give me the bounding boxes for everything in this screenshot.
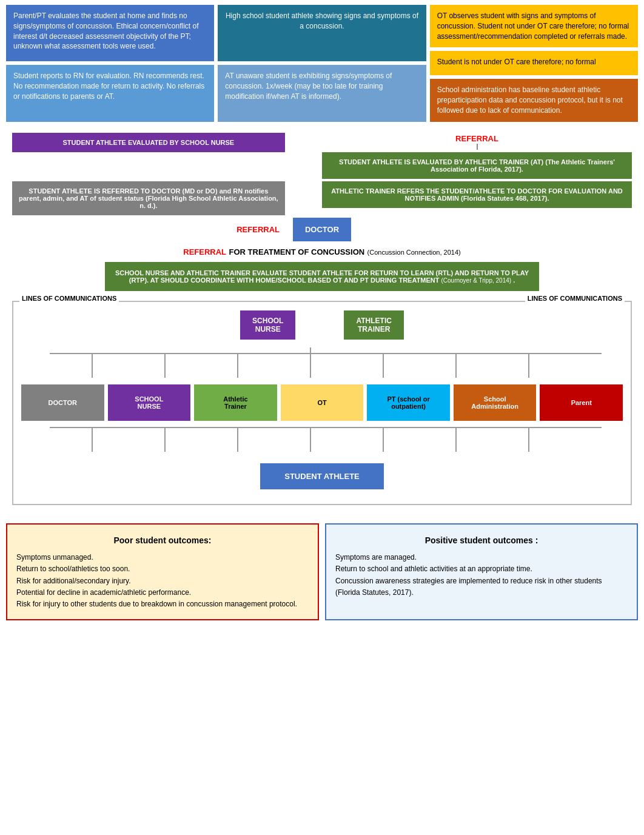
school-nurse-eval-text: STUDENT ATHLETE EVALUATED BY SCHOOL NURS… [62,139,234,146]
comm-section: LINES OF COMMUNICATIONS LINES OF COMMUNI… [12,301,632,505]
positive-outcomes-title: Positive student outcomes : [335,534,628,547]
high-school-athlete-box: High school student athlete showing sign… [218,5,426,61]
at-unaware-box: AT unaware student is exhibiting signs/s… [218,65,426,121]
at-refers-text: ATHLETIC TRAINER REFERS THE STUDENT/ATHL… [331,187,623,202]
treatment-citation-text: (Concussion Connection, 2014) [367,249,461,256]
at-unaware-text: AT unaware student is exhibiting signs/s… [225,72,392,101]
student-reports-text: Student reports to RN for evaluation. RN… [13,72,204,101]
poor-item-2: Return to school/athletics too soon. [16,563,309,575]
doctor-referral-text: STUDENT ATHLETE IS REFERRED TO DOCTOR (M… [19,187,278,209]
ot-observes-box: OT observes student with signs and sympt… [430,5,638,47]
doctor-referral-box: STUDENT ATHLETE IS REFERRED TO DOCTOR (M… [12,181,285,215]
school-nurse-node: SCHOOL NURSE [240,310,295,340]
athletic-trainer-node-text: ATHLETIC TRAINER [356,317,391,334]
parent-node: Parent [540,384,623,421]
comm-lines-svg [19,344,625,381]
referral-left-text: REFERRAL [236,225,280,234]
poor-item-5: Risk for injury to other students due to… [16,599,309,610]
bottom-lines-svg [19,424,625,455]
school-nurse-bottom-text: SCHOOL NURSE [135,395,163,410]
athletic-trainer-bottom-node: Athletic Trainer [194,384,277,421]
ot-node-text: OT [317,399,326,406]
athletic-trainer-node: ATHLETIC TRAINER [344,310,403,340]
poor-item-4: Potential for decline in academic/athlet… [16,587,309,599]
poor-item-1: Symptoms unmanaged. [16,552,309,563]
school-admin-box: School administration has baseline stude… [430,79,638,121]
bottom-nodes-row: DOCTOR SCHOOL NURSE Athletic Trainer OT … [19,384,625,421]
for-treatment-label: FOR TREATMENT OF CONCUSSION [229,247,365,257]
positive-item-3: Concussion awareness strategies are impl… [335,575,628,599]
center-col: High school student athlete showing sign… [218,5,426,122]
doctor-box: DOCTOR [293,218,351,241]
referral-top-text: REFERRAL [455,134,498,143]
top-info-section: Parent/PT evaluates the student at home … [0,0,644,127]
ot-not-under-care-box: Student is not under OT care therefore; … [430,51,638,75]
at-eval-text: STUDENT ATHLETE IS EVALUATED BY ATHLETIC… [339,158,615,173]
ot-observes-text: OT observes student with signs and sympt… [437,12,629,41]
poor-outcomes-box: Poor student outcomes: Symptoms unmanage… [6,523,319,620]
comm-right-label: LINES OF COMMUNICATIONS [525,295,625,302]
poor-outcomes-title: Poor student outcomes: [16,534,309,547]
right-col: OT observes student with signs and sympt… [430,5,638,122]
doctor-node-text: DOCTOR [49,399,77,406]
school-nurse-bottom-node: SCHOOL NURSE [108,384,191,421]
parent-pt-text: Parent/PT evaluates the student at home … [13,12,198,50]
referral-treatment-text: REFERRAL [183,247,226,257]
school-admin-node: School Administration [454,384,537,421]
flow-section: STUDENT ATHLETE EVALUATED BY SCHOOL NURS… [0,127,644,511]
parent-pt-box: Parent/PT evaluates the student at home … [6,5,214,61]
poor-item-3: Risk for additional/secondary injury. [16,575,309,587]
high-school-athlete-text: High school student athlete showing sign… [226,12,418,30]
rtl-rtp-box: SCHOOL NURSE AND ATHLETIC TRAINER EVALUA… [105,262,538,291]
left-col: Parent/PT evaluates the student at home … [6,5,214,122]
referral-treatment-row: REFERRAL FOR TREATMENT OF CONCUSSION (Co… [12,246,632,257]
school-admin-text: School administration has baseline stude… [437,86,623,115]
positive-outcomes-box: Positive student outcomes : Symptoms are… [325,523,638,620]
rtl-end: . [513,277,515,284]
parent-node-text: Parent [571,399,592,406]
at-refers-box: ATHLETIC TRAINER REFERS THE STUDENT/ATHL… [322,181,632,208]
outcomes-section: Poor student outcomes: Symptoms unmanage… [0,517,644,626]
doctor-node: DOCTOR [21,384,104,421]
student-reports-box: Student reports to RN for evaluation. RN… [6,65,214,121]
school-nurse-eval-box: STUDENT ATHLETE EVALUATED BY SCHOOL NURS… [12,133,285,152]
school-admin-node-text: School Administration [471,395,518,410]
comm-left-label: LINES OF COMMUNICATIONS [19,295,119,302]
student-athlete-box: STUDENT ATHLETE [260,463,384,489]
school-nurse-node-text: SCHOOL NURSE [252,317,283,334]
doctor-label: DOCTOR [305,225,339,234]
rtl-citation: (Cournoyer & Tripp, 2014) [441,277,511,284]
ot-not-under-care-text: Student is not under OT care therefore; … [437,58,596,66]
positive-item-2: Return to school and athletic activities… [335,563,628,575]
pt-node-text: PT (school or outpatient) [387,395,429,410]
pt-node: PT (school or outpatient) [367,384,450,421]
ot-node: OT [281,384,364,421]
student-athlete-text: STUDENT ATHLETE [284,472,360,481]
at-eval-box: STUDENT ATHLETE IS EVALUATED BY ATHLETIC… [322,152,632,179]
positive-item-1: Symptoms are managed. [335,552,628,563]
athletic-trainer-bottom-text: Athletic Trainer [223,395,247,410]
